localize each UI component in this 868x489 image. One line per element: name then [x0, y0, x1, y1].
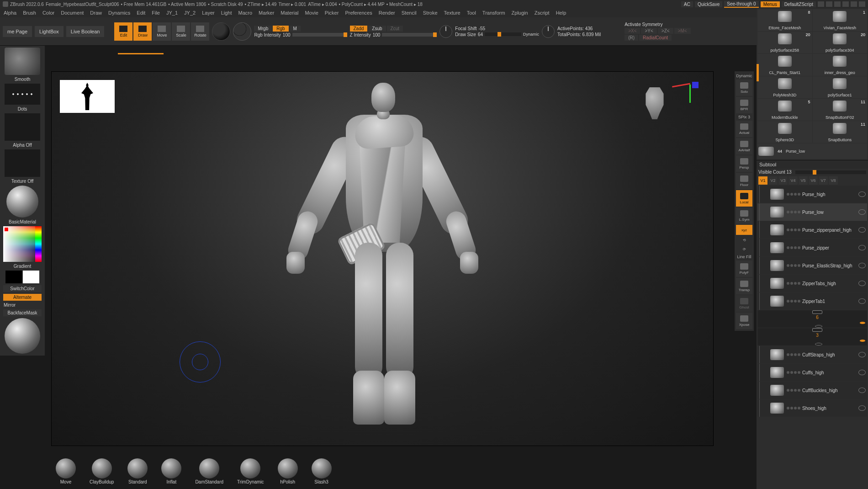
gear-icon[interactable] — [860, 322, 865, 324]
tool-CL_Pants_Start1[interactable]: CL_Pants_Start1 — [757, 54, 812, 76]
rgb-intensity-slider[interactable]: Rgb Intensity 100 — [254, 32, 347, 37]
menu-brush[interactable]: Brush — [23, 10, 36, 16]
rot-y-icon[interactable]: ⟲ — [736, 236, 752, 244]
eye-icon[interactable] — [858, 209, 866, 215]
brush-move[interactable]: Move — [56, 458, 76, 484]
alpha-thumbnail[interactable] — [5, 113, 40, 141]
eye-icon[interactable] — [858, 227, 866, 233]
tool-PolyMesh3D[interactable]: PolyMesh3D — [757, 76, 812, 98]
tool-SnapButtonF02[interactable]: 11SnapButtonF02 — [813, 99, 868, 121]
subtool-item-Purse_low[interactable]: Purse_low — [757, 203, 867, 221]
eye-icon[interactable] — [858, 370, 866, 375]
m-button[interactable]: M — [290, 26, 301, 32]
xpose-button[interactable]: Xpose — [736, 313, 752, 329]
menu-preferences[interactable]: Preferences — [345, 10, 372, 16]
lsym-button[interactable]: L.Sym — [736, 207, 752, 224]
menu-color[interactable]: Color — [42, 10, 54, 16]
subtool-item-ZipperTab1[interactable]: ZipperTab1 — [757, 292, 867, 310]
vis-tab-V6[interactable]: V6 — [809, 176, 818, 185]
menu-stencil[interactable]: Stencil — [402, 10, 417, 16]
brush-hpolish[interactable]: hPolish — [278, 458, 298, 484]
menu-document[interactable]: Document — [61, 10, 84, 16]
sym-x-button[interactable]: >X< — [625, 28, 640, 34]
eye-icon[interactable] — [858, 281, 866, 286]
vis-tab-V2[interactable]: V2 — [768, 176, 778, 185]
radial-count[interactable]: RadialCount — [639, 35, 672, 41]
zcut-button[interactable]: Zcut — [387, 26, 403, 32]
eye-icon[interactable] — [815, 325, 822, 328]
draw-mode-button[interactable]: Draw — [133, 22, 152, 41]
focal-dial[interactable] — [439, 25, 452, 38]
gradient-label[interactable]: Gradient — [2, 264, 43, 269]
bpr-button[interactable]: BPR — [736, 97, 752, 113]
edit-mode-button[interactable]: Edit — [114, 22, 132, 41]
floor-button[interactable]: Floor — [736, 173, 752, 189]
maximize-icon[interactable] — [851, 1, 857, 7]
menus-button[interactable]: Menus — [761, 1, 780, 7]
swatch-secondary[interactable] — [5, 271, 22, 283]
sculptris-toggle[interactable] — [233, 22, 251, 41]
eye-icon[interactable] — [858, 191, 866, 197]
brush-standard[interactable]: Standard — [127, 458, 148, 484]
layout2-icon[interactable] — [826, 1, 832, 7]
brush-claybuildup[interactable]: ClayBuildup — [90, 458, 114, 484]
brush-curve-ball[interactable] — [5, 318, 40, 354]
ghost-button[interactable]: Ghost — [736, 295, 752, 312]
subtool-item-Shoes_high[interactable]: Shoes_high — [757, 399, 867, 417]
color-picker[interactable] — [3, 226, 42, 262]
menu-edit[interactable]: Edit — [137, 10, 145, 16]
gear-icon[interactable] — [860, 340, 865, 342]
persp-button[interactable]: Persp — [736, 155, 752, 172]
zsub-button[interactable]: Zsub — [368, 26, 386, 32]
default-script[interactable]: DefaultZScript — [782, 1, 816, 7]
subtool-item-CuffStraps_high[interactable]: CuffStraps_high — [757, 346, 867, 363]
quicksave-button[interactable]: QuickSave — [695, 1, 722, 7]
menu-draw[interactable]: Draw — [90, 10, 102, 16]
rgb-button[interactable]: Rgb — [273, 26, 288, 32]
menu-zscript[interactable]: Zscript — [535, 10, 550, 16]
brush-slash3[interactable]: Slash3 — [312, 458, 332, 484]
subtool-item-Purse_high[interactable]: Purse_high — [757, 186, 867, 203]
dynamic-label[interactable]: Dynamic — [523, 32, 539, 37]
subtool-item-CuffBuckles_high[interactable]: CuffBuckles_high — [757, 382, 867, 399]
eye-icon[interactable] — [858, 245, 866, 250]
brush-inflat[interactable]: Inflat — [161, 458, 181, 484]
axis-gizmo[interactable] — [672, 79, 699, 106]
menu-material[interactable]: Material — [281, 10, 298, 16]
alternate-button[interactable]: Alternate — [3, 294, 42, 301]
transp-button[interactable]: Transp — [736, 278, 752, 294]
menu-layer[interactable]: Layer — [202, 10, 215, 16]
focal-shift-slider[interactable]: Focal Shift -55 — [455, 26, 539, 31]
menu-light[interactable]: Light — [221, 10, 232, 16]
mirror-label[interactable]: Mirror — [2, 303, 43, 308]
live-boolean-button[interactable]: Live Boolean — [66, 26, 105, 37]
solo-button[interactable]: Solo — [736, 80, 752, 96]
menu-jy_2[interactable]: JY_2 — [184, 10, 196, 16]
material-thumbnail[interactable] — [6, 186, 38, 218]
vis-tab-V7[interactable]: V7 — [819, 176, 828, 185]
brush-trimdynamic[interactable]: TrimDynamic — [237, 458, 264, 484]
subtool-list[interactable]: Purse_highPurse_lowPurse_zipperpanel_hig… — [757, 186, 868, 489]
stroke-thumbnail[interactable] — [5, 84, 40, 105]
swatch-primary[interactable] — [23, 271, 39, 283]
menu-jy_1[interactable]: JY_1 — [166, 10, 178, 16]
thumbnail-preview[interactable] — [60, 80, 115, 113]
subtool-item-ZipperTabs_high[interactable]: ZipperTabs_high — [757, 275, 867, 292]
close-icon[interactable] — [859, 1, 865, 7]
eye-icon[interactable] — [858, 388, 866, 393]
subtool-item-Cuffs_high[interactable]: Cuffs_high — [757, 364, 867, 381]
menu-picker[interactable]: Picker — [325, 10, 339, 16]
home-page-button[interactable]: me Page — [3, 26, 32, 37]
eye-icon[interactable] — [858, 263, 866, 268]
rotate-mode-button[interactable]: Rotate — [191, 22, 209, 41]
eye-icon[interactable] — [858, 405, 866, 411]
xyz-button[interactable]: xyz — [736, 225, 752, 235]
sym-z-button[interactable]: >Z< — [658, 28, 673, 34]
z-intensity-slider[interactable]: Z Intensity 100 — [350, 32, 437, 37]
rot-x-icon[interactable]: ⟳ — [736, 245, 752, 253]
subtool-header[interactable]: Subtool — [757, 160, 868, 169]
tool-polySurface1[interactable]: polySurface1 — [813, 76, 868, 98]
brush-thumbnail[interactable] — [5, 48, 40, 75]
lightbox-button[interactable]: LightBox — [35, 26, 64, 37]
tool-Ettore_FaceMesh[interactable]: 8Ettore_FaceMesh — [757, 9, 812, 31]
